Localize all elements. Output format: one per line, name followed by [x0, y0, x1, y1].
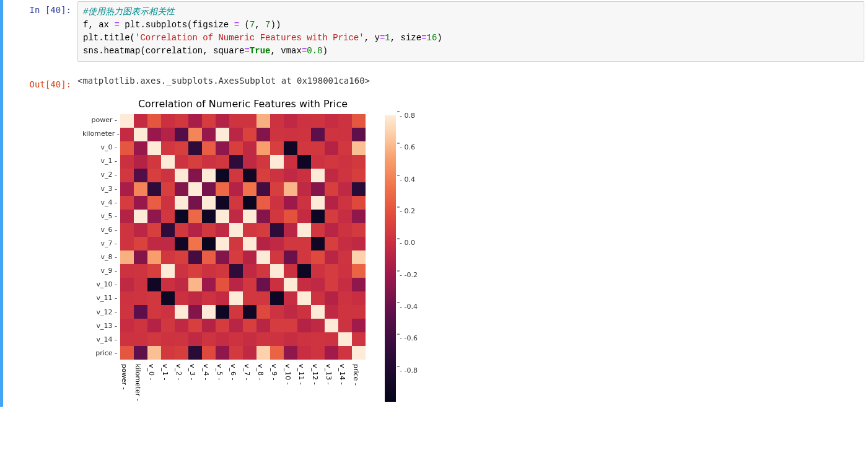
heatmap-cell [188, 210, 202, 223]
heatmap-cell [243, 346, 256, 360]
heatmap-cell [120, 264, 134, 278]
heatmap-cell [229, 237, 243, 250]
heatmap-cell [216, 346, 229, 360]
heatmap-cell [311, 169, 325, 182]
heatmap-cell [243, 196, 256, 210]
chart-title: Correlation of Numeric Features with Pri… [82, 98, 366, 110]
heatmap-cell [311, 291, 325, 305]
input-prompt: In [40]: [30, 5, 71, 15]
heatmap-cell [120, 332, 134, 346]
heatmap-cell [134, 319, 147, 332]
heatmap-cell [270, 332, 284, 346]
heatmap-cell [311, 210, 325, 223]
heatmap-cell [270, 128, 284, 141]
heatmap-cell [352, 169, 366, 182]
heatmap-cell [175, 319, 188, 332]
heatmap-cell [134, 223, 147, 237]
heatmap-cell [202, 210, 216, 223]
heatmap-cell [134, 155, 147, 169]
heatmap-cell [188, 264, 202, 278]
heatmap-cell [311, 332, 325, 346]
heatmap-cell [147, 169, 161, 182]
heatmap-cell [202, 305, 216, 319]
heatmap-cell [161, 114, 175, 128]
heatmap-cell [325, 114, 338, 128]
heatmap-cell [175, 169, 188, 182]
heatmap-grid [120, 113, 366, 360]
heatmap-cell [325, 346, 338, 360]
heatmap-cell [338, 128, 352, 141]
heatmap-cell [325, 223, 338, 237]
heatmap-cell [229, 332, 243, 346]
heatmap-cell [216, 264, 229, 278]
heatmap-cell [325, 155, 338, 169]
heatmap-cell [202, 250, 216, 264]
heatmap-cell [188, 182, 202, 196]
heatmap-cell [284, 319, 297, 332]
heatmap-cell [202, 346, 216, 360]
heatmap-cell [120, 291, 134, 305]
heatmap-cell [229, 278, 243, 291]
heatmap-cell [134, 237, 147, 250]
heatmap-cell [229, 346, 243, 360]
heatmap-cell [338, 237, 352, 250]
heatmap-cell [134, 210, 147, 223]
heatmap-cell [243, 332, 256, 346]
heatmap-cell [120, 250, 134, 264]
heatmap-cell [243, 237, 256, 250]
heatmap-cell [147, 250, 161, 264]
heatmap-cell [256, 155, 270, 169]
heatmap-cell [147, 141, 161, 155]
heatmap-cell [188, 346, 202, 360]
heatmap-cell [297, 155, 311, 169]
heatmap-cell [120, 169, 134, 182]
heatmap-cell [297, 237, 311, 250]
heatmap-cell [270, 319, 284, 332]
heatmap-cell [147, 223, 161, 237]
heatmap-cell [256, 278, 270, 291]
heatmap-cell [297, 182, 311, 196]
heatmap-cell [284, 223, 297, 237]
heatmap-cell [284, 210, 297, 223]
heatmap-cell [229, 169, 243, 182]
heatmap-cell [134, 196, 147, 210]
heatmap-cell [216, 319, 229, 332]
heatmap-cell [284, 169, 297, 182]
heatmap-cell [338, 346, 352, 360]
heatmap-cell [270, 196, 284, 210]
heatmap-cell [325, 319, 338, 332]
heatmap-cell [175, 196, 188, 210]
code-input-area[interactable]: #使用热力图表示相关性 f, ax = plt.subplots(figsize… [77, 1, 864, 62]
heatmap-cell [216, 237, 229, 250]
heatmap-cell [338, 114, 352, 128]
heatmap-cell [338, 210, 352, 223]
heatmap-cell [134, 264, 147, 278]
heatmap-cell [188, 291, 202, 305]
heatmap-cell [229, 196, 243, 210]
heatmap-cell [352, 223, 366, 237]
heatmap-cell [175, 305, 188, 319]
heatmap-cell [216, 278, 229, 291]
heatmap-cell [284, 237, 297, 250]
heatmap-cell [270, 210, 284, 223]
heatmap-cell [175, 237, 188, 250]
heatmap-cell [297, 196, 311, 210]
heatmap-cell [270, 155, 284, 169]
heatmap-cell [352, 332, 366, 346]
heatmap-cell [338, 264, 352, 278]
heatmap-cell [338, 332, 352, 346]
heatmap-cell [161, 182, 175, 196]
heatmap-cell [297, 250, 311, 264]
heatmap-cell [147, 182, 161, 196]
heatmap-cell [161, 237, 175, 250]
heatmap-cell [202, 291, 216, 305]
heatmap-cell [161, 141, 175, 155]
output-repr: <matplotlib.axes._subplots.AxesSubplot a… [77, 74, 868, 93]
heatmap-cell [311, 155, 325, 169]
heatmap-cell [284, 114, 297, 128]
heatmap-cell [352, 210, 366, 223]
heatmap-cell [216, 114, 229, 128]
heatmap-cell [311, 278, 325, 291]
heatmap-cell [325, 291, 338, 305]
heatmap-cell [161, 210, 175, 223]
